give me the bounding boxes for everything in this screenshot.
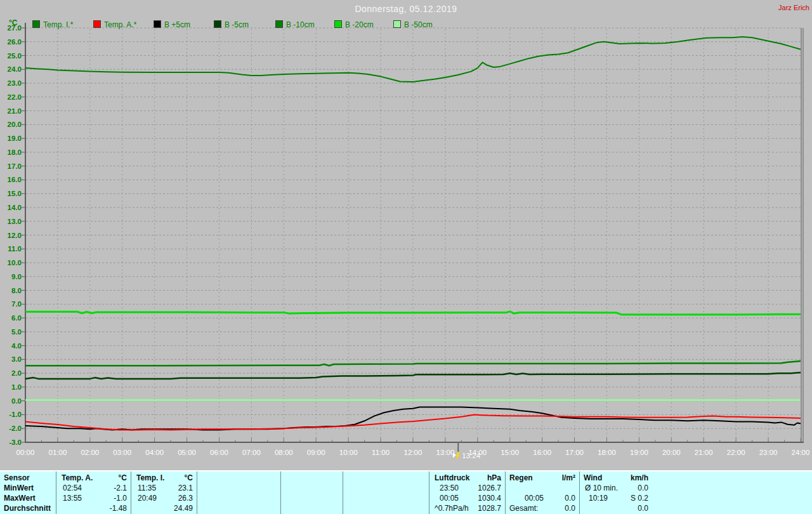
avg-value: -1.48: [110, 503, 127, 513]
min-value: 23.1: [178, 483, 193, 493]
page-title: Donnerstag, 05.12.2019: [0, 4, 812, 14]
x-tick-label: 05:00: [178, 449, 196, 456]
chart-area[interactable]: 27.026.025.024.023.022.021.020.019.018.0…: [0, 0, 812, 470]
stats-group-temp-a: Temp. A.°C 02:54-2.1 13:55-1.0 -1.48: [56, 471, 131, 514]
max-time: 10:19: [589, 493, 608, 503]
x-tick-label: 18:00: [598, 449, 616, 456]
y-tick-label: 25.0: [8, 52, 22, 60]
y-tick-label: 14.0: [8, 204, 22, 211]
x-tick-label: 23:00: [759, 449, 778, 456]
col-unit: l/m²: [562, 473, 575, 483]
y-tick-label: 19.0: [8, 135, 22, 142]
y-tick-label: 26.0: [8, 38, 22, 46]
avg-value: 0.0: [565, 503, 575, 513]
chart-legend: °C Temp. I.* Temp. A.* B +5cm B -5cm B -…: [0, 18, 812, 29]
x-tick-label: 17:00: [565, 449, 584, 456]
col-name: Luftdruck: [435, 473, 469, 483]
legend-item-temp-a: Temp. A.*: [93, 18, 136, 27]
y-tick-label: 0.0: [11, 397, 22, 405]
stats-row-label-durchschnitt: Durchschnitt: [4, 503, 56, 513]
stats-row-label-minwert: MinWert: [4, 483, 56, 493]
max-value: 0.0: [565, 493, 575, 503]
stats-group-luftdruck: LuftdruckhPa 23:501026.7 00:051030.4 ^0.…: [429, 471, 506, 514]
stats-group-empty-2: [280, 471, 343, 514]
max-value: 26.3: [178, 493, 193, 503]
avg-label: ^0.7hPa/h: [435, 503, 469, 513]
col-name: Temp. A.: [62, 473, 93, 483]
legend-item-b-minus20: B -20cm: [334, 18, 374, 27]
b-plus5-swatch-icon: [154, 20, 161, 28]
y-tick-label: 16.0: [8, 176, 22, 183]
y-tick-label: 4.0: [11, 342, 22, 350]
x-tick-label: 08:00: [275, 449, 293, 456]
legend-item-b-minus5: B -5cm: [214, 18, 249, 27]
x-tick-label: 04:00: [145, 449, 164, 456]
max-time: 20:49: [138, 493, 157, 503]
min-time: 23:50: [440, 483, 459, 493]
avg-value: 0.0: [638, 503, 648, 513]
col-unit: hPa: [487, 473, 501, 483]
y-tick-label: -2.0: [9, 425, 22, 432]
y-tick-label: 12.0: [8, 232, 22, 239]
x-tick-label: 06:00: [210, 449, 228, 456]
avg-value: 24.49: [174, 503, 193, 513]
x-tick-label: 07:00: [242, 449, 261, 456]
y-tick-label: 8.0: [11, 287, 22, 294]
x-tick-label: 01:00: [49, 449, 67, 456]
legend-item-b-minus10: B -10cm: [275, 18, 315, 27]
col-name: Wind: [584, 473, 602, 483]
legend-item-b-plus5: B +5cm: [154, 18, 190, 27]
min-time: Ø 10 min.: [585, 483, 618, 493]
max-value: S 0.2: [631, 493, 648, 503]
y-tick-label: 3.0: [11, 355, 22, 363]
max-value: 1030.4: [478, 493, 501, 503]
col-name: Temp. I.: [136, 473, 164, 483]
user-name-label: Jarz Erich: [778, 4, 809, 11]
y-tick-label: 5.0: [11, 328, 22, 336]
stats-group-temp-i: Temp. I.°C 11:3523.1 20:4926.3 24.49: [131, 471, 197, 514]
legend-item-b-minus50: B -50cm: [393, 18, 433, 27]
avg-label: Gesamt:: [509, 503, 538, 513]
x-tick-label: 13:00: [436, 449, 455, 456]
stats-group-wind: Windkm/h Ø 10 min.0.0 10:19S 0.2 0.0: [579, 471, 653, 514]
stats-group-regen: Regenl/m² 00:050.0 Gesamt:0.0: [505, 471, 580, 514]
y-tick-label: 7.0: [11, 300, 22, 308]
x-tick-label: 10:00: [339, 449, 358, 456]
y-tick-label: -1.0: [9, 411, 22, 418]
col-unit: °C: [185, 473, 193, 483]
y-tick-label: 24.0: [8, 65, 22, 73]
x-tick-label: 15:00: [501, 449, 519, 456]
y-tick-label: 10.0: [8, 259, 22, 267]
x-tick-label: 03:00: [113, 449, 131, 456]
b-minus10-swatch-icon: [275, 20, 283, 28]
x-tick-label: 02:00: [81, 449, 99, 456]
y-tick-label: 1.0: [11, 383, 22, 391]
y-tick-label: 23.0: [8, 79, 22, 87]
stats-table: Sensor MinWert MaxWert Durchschnitt Temp…: [0, 470, 812, 514]
y-tick-label: 20.0: [8, 121, 22, 128]
x-tick-label: 22:00: [727, 449, 745, 456]
x-tick-label: 09:00: [307, 449, 325, 456]
y-tick-label: 21.0: [8, 107, 22, 115]
avg-value: 1028.7: [478, 503, 501, 513]
min-value: -2.1: [114, 483, 127, 493]
legend-item-temp-i: Temp. I.*: [32, 18, 73, 27]
y-tick-label: 22.0: [8, 93, 22, 101]
x-tick-label: 19:00: [630, 449, 648, 456]
x-tick-label: 12:00: [404, 449, 422, 456]
min-value: 0.0: [638, 483, 648, 493]
stats-group-empty-1: [197, 471, 281, 514]
x-tick-label: 21:00: [695, 449, 713, 456]
y-tick-label: 17.0: [8, 162, 22, 170]
y-tick-label: 13.0: [8, 218, 22, 225]
temp-i-swatch-icon: [32, 20, 40, 28]
y-tick-label: 6.0: [11, 314, 22, 322]
x-tick-label: 00:00: [16, 449, 35, 456]
stats-row-labels: Sensor MinWert MaxWert Durchschnitt: [0, 471, 56, 514]
x-tick-label: 11:00: [372, 449, 390, 456]
chart-svg: 27.026.025.024.023.022.021.020.019.018.0…: [0, 0, 812, 470]
max-time: 00:05: [440, 493, 459, 503]
b-minus20-swatch-icon: [334, 20, 342, 28]
max-time: 00:05: [525, 493, 544, 503]
b-minus50-swatch-icon: [393, 20, 401, 28]
